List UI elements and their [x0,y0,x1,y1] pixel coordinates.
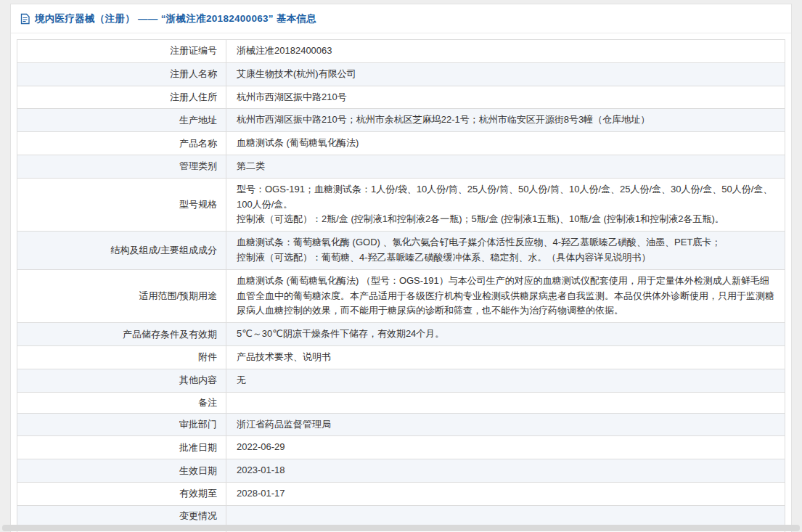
row-value-cell: 无 [226,369,785,392]
row-label-cell: 生产地址 [17,109,226,131]
row-label-cell: 注册人住所 [17,86,226,109]
row-label: 有效期至 [179,487,217,500]
row-label: 适用范围/预期用途 [139,290,217,303]
row-value-cell: 2023-01-18 [226,459,785,482]
row-value-cell: 2022-06-29 [226,436,785,459]
row-label: 注册人名称 [170,67,217,81]
row-label: 管理类别 [179,160,217,173]
row-value-cell: 杭州市西湖区振中路210号 [226,86,785,109]
row-label: 批准日期 [179,441,217,454]
row-label-cell: 其他内容 [17,369,226,392]
row-value: 2028-01-17 [237,486,774,502]
table-row: 注册人名称艾康生物技术(杭州)有限公司 [17,63,785,86]
row-value-line: 型号：OGS-191；血糖测试条：1人份/袋、10人份/筒、25人份/筒、50人… [237,182,774,213]
row-value: 无 [237,373,774,388]
horizontal-scrollbar[interactable] [2,525,800,531]
row-label: 产品储存条件及有效期 [123,328,217,341]
table-row: 批准日期2022-06-29 [17,436,785,459]
row-value-cell: 血糖测试条：葡萄糖氧化酶 (GOD) 、氯化六氨合钌电子媒介体活性反应物、4-羟… [226,232,785,269]
table-row: 附件产品技术要求、说明书 [17,346,785,369]
row-label-cell: 备注 [17,393,226,413]
row-value: 血糖测试条 (葡萄糖氧化酶法) （型号：OGS-191）与本公司生产的对应的血糖… [237,274,774,319]
table-row: 有效期至2028-01-17 [17,483,785,506]
row-label: 结构及组成/主要组成成分 [110,244,217,257]
row-value: 浙江省药品监督管理局 [237,417,774,433]
row-value-line: 血糖测试条：葡萄糖氧化酶 (GOD) 、氯化六氨合钌电子媒介体活性反应物、4-羟… [237,235,774,250]
row-value: 艾康生物技术(杭州)有限公司 [237,67,774,82]
registration-info-panel: 境内医疗器械（注册） —— “浙械注准20182400063” 基本信息 注册证… [10,4,792,532]
row-value-cell: 型号：OGS-191；血糖测试条：1人份/袋、10人份/筒、25人份/筒、50人… [226,179,785,231]
row-label: 审批部门 [179,418,217,431]
row-label: 产品名称 [179,137,217,150]
row-value: 杭州市西湖区振中路210号 [237,90,774,105]
row-label-cell: 变更情况 [17,506,226,526]
table-row: 变更情况 [17,506,785,527]
table-row: 产品名称血糖测试条 (葡萄糖氧化酶法) [17,132,785,155]
table-row: 适用范围/预期用途血糖测试条 (葡萄糖氧化酶法) （型号：OGS-191）与本公… [17,270,785,323]
row-label: 生效日期 [179,465,217,478]
table-row: 产品储存条件及有效期5℃～30℃阴凉干燥条件下储存，有效期24个月。 [17,323,785,346]
row-label-cell: 附件 [17,346,226,369]
page-title: 境内医疗器械（注册） —— “浙械注准20182400063” 基本信息 [35,12,316,25]
row-value: 第二类 [237,159,774,174]
row-label-cell: 生效日期 [17,459,226,482]
row-label-cell: 结构及组成/主要组成成分 [17,232,226,269]
row-label-cell: 批准日期 [17,436,226,459]
row-value-cell [226,393,785,413]
row-value-cell: 产品技术要求、说明书 [226,346,785,369]
row-value-cell: 浙江省药品监督管理局 [226,414,785,436]
table-row: 结构及组成/主要组成成分血糖测试条：葡萄糖氧化酶 (GOD) 、氯化六氨合钌电子… [17,232,785,270]
row-label-cell: 注册人名称 [17,63,226,86]
table-row: 备注 [17,393,785,414]
row-label: 型号规格 [179,198,217,211]
row-label: 注册证编号 [170,44,217,57]
row-label: 其他内容 [179,374,217,387]
row-value: 浙械注准20182400063 [237,44,774,59]
row-value: 杭州市西湖区振中路210号；杭州市余杭区芝麻坞22-1号；杭州市临安区开源街8号… [237,112,774,128]
document-icon [20,13,30,25]
row-value-cell: 浙械注准20182400063 [226,40,785,62]
table-row: 型号规格型号：OGS-191；血糖测试条：1人份/袋、10人份/筒、25人份/筒… [17,179,785,232]
row-value-cell: 艾康生物技术(杭州)有限公司 [226,63,785,86]
row-value: 血糖测试条 (葡萄糖氧化酶法) [237,136,774,151]
row-label: 附件 [198,351,217,364]
table-row: 管理类别第二类 [17,155,785,179]
row-label: 生产地址 [179,114,217,127]
table-row: 审批部门浙江省药品监督管理局 [17,414,785,437]
row-label-cell: 产品名称 [17,132,226,155]
row-value: 2023-01-18 [237,463,774,478]
row-value-cell: 2028-01-17 [226,483,785,505]
row-label: 注册人住所 [170,91,217,104]
row-label-cell: 产品储存条件及有效期 [17,323,226,345]
row-label-cell: 有效期至 [17,483,226,505]
row-value-cell: 血糖测试条 (葡萄糖氧化酶法) [226,132,785,155]
table-row: 注册人住所杭州市西湖区振中路210号 [17,86,785,110]
row-value-cell [226,506,785,526]
row-label-cell: 适用范围/预期用途 [17,270,226,322]
table-row: 生产地址杭州市西湖区振中路210号；杭州市余杭区芝麻坞22-1号；杭州市临安区开… [17,109,785,132]
row-value-cell: 5℃～30℃阴凉干燥条件下储存，有效期24个月。 [226,323,785,345]
row-label-cell: 注册证编号 [17,40,226,62]
row-label-cell: 管理类别 [17,155,226,178]
row-label-cell: 审批部门 [17,414,226,436]
row-label: 备注 [198,396,217,409]
row-value: 产品技术要求、说明书 [237,350,774,365]
table-row: 注册证编号浙械注准20182400063 [17,40,785,63]
row-value-cell: 杭州市西湖区振中路210号；杭州市余杭区芝麻坞22-1号；杭州市临安区开源街8号… [226,109,785,131]
row-value-line: 控制液（可选配）：葡萄糖、4-羟乙基哌嗪乙磺酸缓冲体系、稳定剂、水。（具体内容详… [237,250,774,266]
row-value-line: 控制液（可选配）：2瓶/盒 (控制液1和控制液2各一瓶)；5瓶/盒 (控制液1五… [237,212,774,227]
row-value-cell: 血糖测试条 (葡萄糖氧化酶法) （型号：OGS-191）与本公司生产的对应的血糖… [226,270,785,322]
row-value: 5℃～30℃阴凉干燥条件下储存，有效期24个月。 [237,327,774,342]
row-label: 变更情况 [179,510,217,523]
row-value-cell: 第二类 [226,155,785,178]
registration-info-table: 注册证编号浙械注准20182400063注册人名称艾康生物技术(杭州)有限公司注… [17,39,785,532]
page-header: 境内医疗器械（注册） —— “浙械注准20182400063” 基本信息 [11,4,791,33]
table-row: 其他内容无 [17,369,785,393]
row-value: 2022-06-29 [237,440,774,455]
row-label-cell: 型号规格 [17,179,226,231]
table-row: 生效日期2023-01-18 [17,459,785,483]
